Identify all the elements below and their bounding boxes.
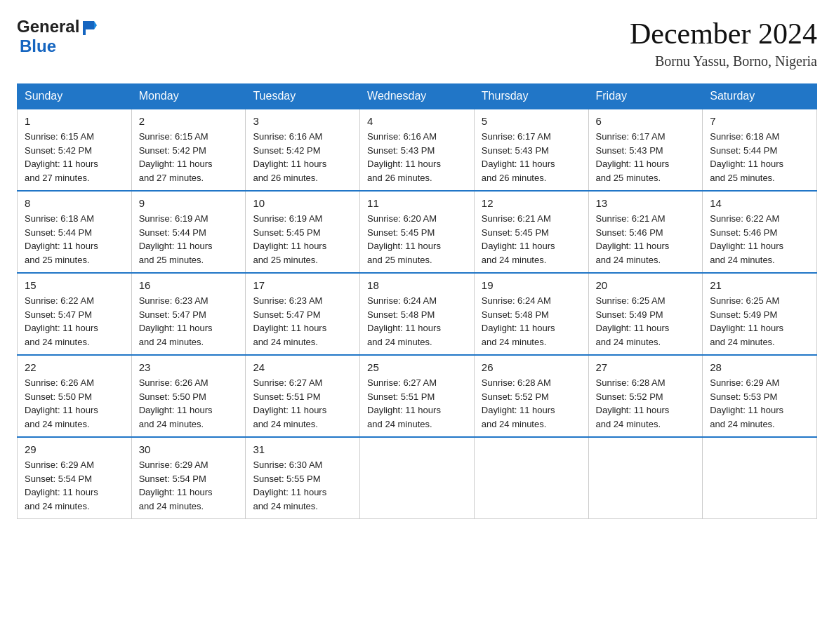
calendar-cell: 16 Sunrise: 6:23 AMSunset: 5:47 PMDaylig… — [131, 273, 246, 355]
calendar-cell: 14 Sunrise: 6:22 AMSunset: 5:46 PMDaylig… — [703, 191, 817, 273]
calendar-cell: 2 Sunrise: 6:15 AMSunset: 5:42 PMDayligh… — [131, 109, 246, 191]
calendar-cell: 28 Sunrise: 6:29 AMSunset: 5:53 PMDaylig… — [703, 355, 817, 437]
day-info: Sunrise: 6:29 AMSunset: 5:54 PMDaylight:… — [25, 458, 124, 513]
day-info: Sunrise: 6:24 AMSunset: 5:48 PMDaylight:… — [367, 294, 467, 349]
day-info: Sunrise: 6:28 AMSunset: 5:52 PMDaylight:… — [482, 376, 581, 431]
calendar-cell: 27 Sunrise: 6:28 AMSunset: 5:52 PMDaylig… — [588, 355, 703, 437]
day-number: 13 — [596, 197, 696, 209]
day-info: Sunrise: 6:22 AMSunset: 5:47 PMDaylight:… — [25, 294, 124, 349]
day-number: 26 — [482, 361, 581, 373]
day-info: Sunrise: 6:26 AMSunset: 5:50 PMDaylight:… — [139, 376, 239, 431]
calendar-cell: 3 Sunrise: 6:16 AMSunset: 5:42 PMDayligh… — [246, 109, 360, 191]
day-info: Sunrise: 6:24 AMSunset: 5:48 PMDaylight:… — [482, 294, 581, 349]
day-number: 22 — [25, 361, 124, 373]
day-number: 4 — [367, 115, 467, 127]
day-info: Sunrise: 6:16 AMSunset: 5:43 PMDaylight:… — [367, 130, 467, 185]
day-number: 15 — [25, 279, 124, 291]
calendar-cell — [360, 437, 475, 519]
month-title: December 2024 — [630, 17, 817, 51]
day-number: 24 — [253, 361, 352, 373]
calendar-cell: 22 Sunrise: 6:26 AMSunset: 5:50 PMDaylig… — [18, 355, 132, 437]
day-number: 5 — [482, 115, 581, 127]
day-info: Sunrise: 6:27 AMSunset: 5:51 PMDaylight:… — [253, 376, 352, 431]
day-info: Sunrise: 6:30 AMSunset: 5:55 PMDaylight:… — [253, 458, 352, 513]
logo-flag-icon — [81, 20, 97, 35]
calendar-cell: 18 Sunrise: 6:24 AMSunset: 5:48 PMDaylig… — [360, 273, 475, 355]
calendar-cell: 23 Sunrise: 6:26 AMSunset: 5:50 PMDaylig… — [131, 355, 246, 437]
day-info: Sunrise: 6:21 AMSunset: 5:46 PMDaylight:… — [596, 212, 696, 267]
calendar-cell: 15 Sunrise: 6:22 AMSunset: 5:47 PMDaylig… — [18, 273, 132, 355]
calendar-cell: 7 Sunrise: 6:18 AMSunset: 5:44 PMDayligh… — [703, 109, 817, 191]
logo: General Blue — [17, 17, 97, 56]
page-header: General Blue December 2024 Bornu Yassu, … — [17, 17, 817, 69]
calendar-cell — [474, 437, 588, 519]
day-number: 14 — [710, 197, 809, 209]
calendar-week-row: 22 Sunrise: 6:26 AMSunset: 5:50 PMDaylig… — [18, 355, 817, 437]
day-number: 12 — [482, 197, 581, 209]
calendar-cell: 26 Sunrise: 6:28 AMSunset: 5:52 PMDaylig… — [474, 355, 588, 437]
weekday-header-saturday: Saturday — [703, 84, 817, 109]
calendar-cell: 12 Sunrise: 6:21 AMSunset: 5:45 PMDaylig… — [474, 191, 588, 273]
calendar-cell: 20 Sunrise: 6:25 AMSunset: 5:49 PMDaylig… — [588, 273, 703, 355]
day-info: Sunrise: 6:15 AMSunset: 5:42 PMDaylight:… — [25, 130, 124, 185]
weekday-header-monday: Monday — [131, 84, 246, 109]
calendar-cell: 21 Sunrise: 6:25 AMSunset: 5:49 PMDaylig… — [703, 273, 817, 355]
day-number: 8 — [25, 197, 124, 209]
calendar-week-row: 8 Sunrise: 6:18 AMSunset: 5:44 PMDayligh… — [18, 191, 817, 273]
weekday-header-thursday: Thursday — [474, 84, 588, 109]
calendar-cell: 17 Sunrise: 6:23 AMSunset: 5:47 PMDaylig… — [246, 273, 360, 355]
day-info: Sunrise: 6:18 AMSunset: 5:44 PMDaylight:… — [25, 212, 124, 267]
day-info: Sunrise: 6:27 AMSunset: 5:51 PMDaylight:… — [367, 376, 467, 431]
weekday-header-wednesday: Wednesday — [360, 84, 475, 109]
day-number: 6 — [596, 115, 696, 127]
day-number: 18 — [367, 279, 467, 291]
calendar-table: SundayMondayTuesdayWednesdayThursdayFrid… — [17, 83, 817, 519]
day-info: Sunrise: 6:29 AMSunset: 5:54 PMDaylight:… — [139, 458, 239, 513]
day-info: Sunrise: 6:23 AMSunset: 5:47 PMDaylight:… — [139, 294, 239, 349]
weekday-header-tuesday: Tuesday — [246, 84, 360, 109]
day-number: 29 — [25, 443, 124, 455]
day-info: Sunrise: 6:16 AMSunset: 5:42 PMDaylight:… — [253, 130, 352, 185]
day-info: Sunrise: 6:21 AMSunset: 5:45 PMDaylight:… — [482, 212, 581, 267]
day-info: Sunrise: 6:17 AMSunset: 5:43 PMDaylight:… — [596, 130, 696, 185]
calendar-cell: 24 Sunrise: 6:27 AMSunset: 5:51 PMDaylig… — [246, 355, 360, 437]
day-info: Sunrise: 6:19 AMSunset: 5:44 PMDaylight:… — [139, 212, 239, 267]
day-info: Sunrise: 6:17 AMSunset: 5:43 PMDaylight:… — [482, 130, 581, 185]
weekday-header-friday: Friday — [588, 84, 703, 109]
calendar-cell — [703, 437, 817, 519]
weekday-header-sunday: Sunday — [18, 84, 132, 109]
day-info: Sunrise: 6:25 AMSunset: 5:49 PMDaylight:… — [710, 294, 809, 349]
day-info: Sunrise: 6:26 AMSunset: 5:50 PMDaylight:… — [25, 376, 124, 431]
calendar-cell: 11 Sunrise: 6:20 AMSunset: 5:45 PMDaylig… — [360, 191, 475, 273]
calendar-cell: 10 Sunrise: 6:19 AMSunset: 5:45 PMDaylig… — [246, 191, 360, 273]
day-number: 20 — [596, 279, 696, 291]
svg-marker-0 — [84, 21, 94, 29]
day-info: Sunrise: 6:19 AMSunset: 5:45 PMDaylight:… — [253, 212, 352, 267]
day-number: 17 — [253, 279, 352, 291]
day-number: 23 — [139, 361, 239, 373]
day-number: 16 — [139, 279, 239, 291]
svg-marker-1 — [94, 21, 97, 29]
day-number: 1 — [25, 115, 124, 127]
day-info: Sunrise: 6:22 AMSunset: 5:46 PMDaylight:… — [710, 212, 809, 267]
calendar-week-row: 29 Sunrise: 6:29 AMSunset: 5:54 PMDaylig… — [18, 437, 817, 519]
location-subtitle: Bornu Yassu, Borno, Nigeria — [630, 53, 817, 69]
day-info: Sunrise: 6:18 AMSunset: 5:44 PMDaylight:… — [710, 130, 809, 185]
day-info: Sunrise: 6:25 AMSunset: 5:49 PMDaylight:… — [596, 294, 696, 349]
day-info: Sunrise: 6:15 AMSunset: 5:42 PMDaylight:… — [139, 130, 239, 185]
calendar-cell: 5 Sunrise: 6:17 AMSunset: 5:43 PMDayligh… — [474, 109, 588, 191]
calendar-cell — [588, 437, 703, 519]
day-number: 7 — [710, 115, 809, 127]
calendar-cell: 1 Sunrise: 6:15 AMSunset: 5:42 PMDayligh… — [18, 109, 132, 191]
calendar-cell: 29 Sunrise: 6:29 AMSunset: 5:54 PMDaylig… — [18, 437, 132, 519]
day-number: 9 — [139, 197, 239, 209]
day-number: 27 — [596, 361, 696, 373]
calendar-cell: 31 Sunrise: 6:30 AMSunset: 5:55 PMDaylig… — [246, 437, 360, 519]
day-number: 30 — [139, 443, 239, 455]
day-number: 28 — [710, 361, 809, 373]
day-info: Sunrise: 6:23 AMSunset: 5:47 PMDaylight:… — [253, 294, 352, 349]
calendar-week-row: 1 Sunrise: 6:15 AMSunset: 5:42 PMDayligh… — [18, 109, 817, 191]
day-info: Sunrise: 6:28 AMSunset: 5:52 PMDaylight:… — [596, 376, 696, 431]
day-number: 21 — [710, 279, 809, 291]
calendar-week-row: 15 Sunrise: 6:22 AMSunset: 5:47 PMDaylig… — [18, 273, 817, 355]
